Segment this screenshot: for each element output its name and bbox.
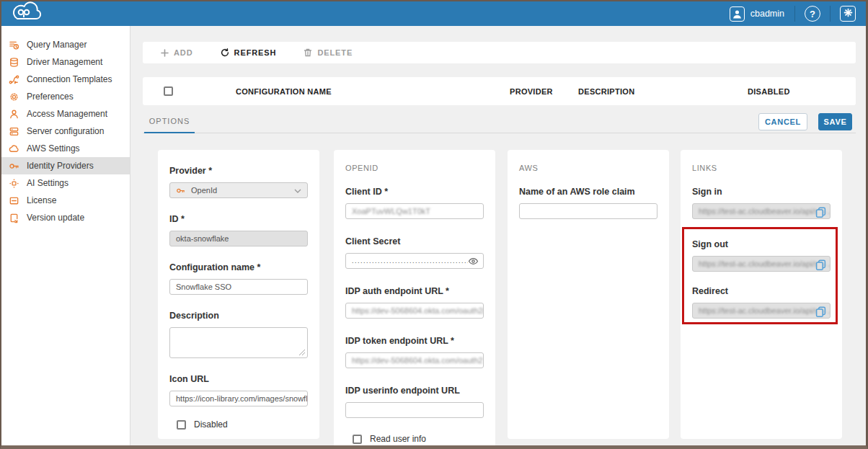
topbar-divider: [794, 6, 795, 22]
sidebar-item-preferences[interactable]: Preferences: [1, 88, 130, 105]
sidebar-item-driver-management[interactable]: Driver Management: [1, 53, 130, 71]
sidebar-item-identity-providers[interactable]: Identity Providers: [1, 157, 130, 174]
idp-userinfo-endpoint-label: IDP userinfo endpoint URL: [345, 386, 484, 396]
cancel-button[interactable]: CANCEL: [758, 113, 807, 130]
configuration-name-label: Configuration name *: [169, 262, 308, 272]
client-secret-label: Client Secret: [345, 236, 484, 246]
save-button[interactable]: SAVE: [818, 113, 852, 130]
gear-icon: [843, 7, 854, 21]
cloudbeaver-logo[interactable]: [9, 1, 46, 26]
aws-role-claim-field[interactable]: [519, 203, 657, 219]
sidebar-item-ai-settings[interactable]: AI Settings: [1, 174, 130, 192]
plus-icon: [161, 49, 169, 57]
username: cbadmin: [750, 9, 784, 19]
disabled-checkbox[interactable]: [177, 420, 186, 430]
topbar-divider: [830, 6, 831, 22]
sidebar-item-version-update[interactable]: Version update: [1, 209, 130, 226]
sidebar-item-access-management[interactable]: Access Management: [1, 105, 130, 123]
tab-bar: OPTIONS CANCEL SAVE: [143, 110, 856, 133]
version-update-icon: [9, 213, 19, 223]
delete-button[interactable]: DELETE: [304, 48, 353, 57]
idp-token-endpoint-field[interactable]: https://dev-5068604.okta.com/oauth2 ...: [345, 352, 484, 368]
add-button[interactable]: ADD: [161, 48, 193, 57]
idp-token-endpoint-label: IDP token endpoint URL *: [345, 336, 484, 346]
icon-url-field[interactable]: https://icon-library.com/images/snowfla …: [169, 391, 308, 406]
refresh-icon: [221, 48, 229, 57]
column-provider: PROVIDER: [510, 87, 553, 96]
sidebar-item-aws-settings[interactable]: AWS Settings: [1, 140, 130, 157]
general-panel: Provider * OpenId ID * okta-snowflake Co…: [158, 150, 319, 439]
trash-icon: [304, 48, 312, 57]
sidebar-item-license[interactable]: License: [1, 192, 130, 209]
select-all-checkbox[interactable]: [164, 86, 173, 96]
copy-icon[interactable]: [815, 207, 826, 218]
user-icon: [730, 6, 745, 22]
client-id-label: Client ID *: [345, 187, 484, 197]
key-icon: [176, 186, 185, 195]
ai-chip-icon: [9, 178, 19, 189]
database-icon: [9, 57, 19, 68]
column-description: DESCRIPTION: [578, 87, 634, 96]
read-user-info-checkbox[interactable]: [353, 435, 362, 444]
read-user-info-checkbox-row: Read user info: [353, 434, 484, 444]
toolbar: ADD REFRESH DELETE: [143, 42, 856, 63]
sign-out-label: Sign out: [692, 239, 831, 249]
sidebar-item-server-configuration[interactable]: Server configuration: [1, 123, 130, 140]
redirect-link-field: https://test-ac.cloudbeaver.io/api/sp- .…: [692, 303, 831, 319]
topbar: cbadmin ?: [1, 1, 866, 26]
id-field: okta-snowflake: [169, 231, 308, 246]
aws-section-title: AWS: [519, 164, 657, 172]
flow-icon: [9, 74, 19, 85]
client-secret-field[interactable]: ........................................…: [345, 253, 484, 269]
sidebar-item-query-manager[interactable]: Query Manager: [1, 36, 130, 53]
help-button[interactable]: ?: [805, 6, 820, 22]
idp-auth-endpoint-label: IDP auth endpoint URL *: [345, 286, 484, 296]
links-section-title: LINKS: [692, 164, 831, 172]
resize-grip-icon: [298, 349, 306, 356]
id-label: ID *: [169, 214, 308, 224]
client-id-field[interactable]: XoaPTuvWLQw1T0kT: [345, 203, 484, 219]
read-user-info-label: Read user info: [370, 434, 426, 444]
provider-value: OpenId: [191, 186, 217, 195]
main-content: ADD REFRESH DELETE CONFIGURATION NAME PR…: [131, 26, 866, 445]
server-icon: [9, 126, 19, 137]
chevron-down-icon: [294, 189, 301, 193]
sign-in-label: Sign in: [692, 187, 831, 197]
copy-icon[interactable]: [815, 306, 826, 317]
sign-out-link-field: https://test-ac.cloudbeaver.io/api/sp- .…: [692, 256, 831, 272]
cloud-icon: [9, 143, 19, 154]
tab-options[interactable]: OPTIONS: [144, 110, 195, 133]
configuration-name-field[interactable]: Snowflake SSO: [169, 279, 308, 295]
configurations-table-header: CONFIGURATION NAME PROVIDER DESCRIPTION …: [143, 77, 856, 105]
description-field[interactable]: [169, 327, 308, 358]
column-disabled: DISABLED: [748, 87, 790, 96]
eye-icon[interactable]: [468, 257, 479, 266]
refresh-button[interactable]: REFRESH: [221, 48, 277, 57]
icon-url-label: Icon URL: [169, 374, 308, 384]
copy-icon[interactable]: [815, 259, 826, 270]
idp-auth-endpoint-field[interactable]: https://dev-5068604.okta.com/oauth2/ ...: [345, 303, 484, 319]
disabled-checkbox-label: Disabled: [194, 419, 228, 430]
gear-icon: [9, 92, 19, 102]
disabled-checkbox-row: Disabled: [177, 419, 308, 430]
idp-userinfo-endpoint-field[interactable]: [345, 402, 484, 418]
aws-panel: AWS Name of an AWS role claim: [508, 150, 669, 439]
app-window: cbadmin ?: [0, 0, 868, 449]
sidebar-item-connection-templates[interactable]: Connection Templates: [1, 71, 130, 88]
aws-role-claim-label: Name of an AWS role claim: [519, 187, 657, 197]
query-manager-icon: [9, 40, 19, 50]
sidebar: Query Manager Driver Management Connecti…: [1, 26, 130, 445]
openid-section-title: OPENID: [345, 164, 484, 172]
column-configuration-name: CONFIGURATION NAME: [236, 87, 332, 96]
administration-settings-button[interactable]: [840, 6, 856, 22]
links-panel: LINKS Sign in https://test-ac.cloudbeave…: [681, 150, 842, 439]
description-label: Description: [169, 311, 308, 321]
question-mark-icon: ?: [810, 9, 815, 19]
sign-in-link-field: https://test-ac.cloudbeaver.io/api/sp- .…: [692, 203, 831, 219]
license-card-icon: [9, 195, 19, 206]
provider-label: Provider *: [169, 166, 308, 176]
user-menu[interactable]: cbadmin: [719, 6, 794, 22]
redirect-label: Redirect: [692, 286, 831, 296]
person-icon: [9, 109, 19, 120]
provider-select[interactable]: OpenId: [169, 182, 308, 198]
